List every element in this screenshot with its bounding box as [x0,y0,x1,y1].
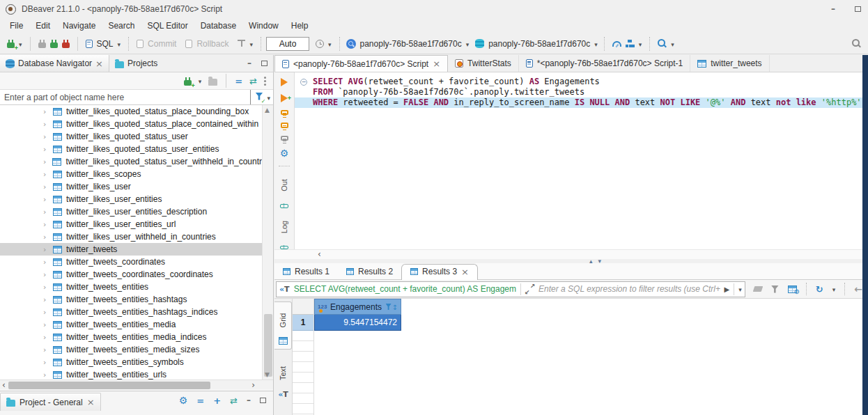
expand-chevron-icon[interactable]: › [43,295,49,304]
tree-item[interactable]: ›twitter_tweets_coordinates [0,256,262,268]
tab-results-1[interactable]: Results 1 [274,265,338,279]
tree-item[interactable]: ›twitter_tweets [0,243,262,256]
tree-item[interactable]: ›twitter_tweets_entities [0,281,262,293]
project-settings-icon[interactable] [179,396,188,405]
expand-chevron-icon[interactable]: › [43,132,49,141]
active-database-combo[interactable]: panoply-76b-58ae1f7d670c [474,39,599,49]
expand-chevron-icon[interactable]: › [43,358,49,367]
scroll-down-icon[interactable]: ▼ [265,371,270,378]
expand-chevron-icon[interactable]: › [43,333,49,342]
project-collapse-all-icon[interactable] [196,396,204,405]
search-metadata-icon[interactable] [658,39,667,48]
history-dropdown-icon[interactable] [328,40,332,48]
tree-item[interactable]: ›twitter_likes_scopes [0,168,262,180]
scroll-up-icon[interactable]: ▲ [265,107,270,113]
tree-item[interactable]: ›twitter_likes_quoted_status_user_entiti… [0,143,262,155]
tab-text-view[interactable]: Text «T [274,355,291,403]
tree-item[interactable]: ›twitter_likes_quoted_status_place_bound… [0,105,262,118]
expand-chevron-icon[interactable]: › [43,107,49,116]
history-icon[interactable] [316,40,324,48]
active-connection-combo[interactable]: panoply-76b-58ae1f7d670c [345,39,471,49]
scroll-right-icon[interactable] [251,381,255,389]
sql-code[interactable]: SELECT AVG(retweet_count + favorite_coun… [295,72,862,249]
view-menu-icon[interactable] [264,77,266,79]
menu-sql-editor[interactable]: SQL Editor [141,19,193,32]
maximize-window-icon[interactable] [855,6,861,12]
tab-twitterstats[interactable]: TwitterStats [448,55,519,72]
tree-item[interactable]: ›twitter_likes_quoted_status_user_withhe… [0,155,262,168]
tab-projects[interactable]: Projects [109,55,163,72]
quick-access-search-icon[interactable] [852,39,861,48]
tab-project-general[interactable]: Project - General [0,393,101,411]
tab-results-2[interactable]: Results 2 [338,265,401,279]
tree-item[interactable]: ›twitter_likes_quoted_status_user [0,130,262,143]
column-filter-sort-icon[interactable] [386,303,398,311]
tree-item[interactable]: ›twitter_tweets_entities_hashtags [0,293,262,306]
menu-window[interactable]: Window [243,19,284,32]
tree-item[interactable]: ›twitter_tweets_entities_media_sizes [0,343,262,356]
expand-chevron-icon[interactable]: › [43,120,49,129]
execute-script-new-icon[interactable] [281,123,288,127]
grid-corner[interactable] [293,299,313,315]
scrollbar-thumb[interactable] [264,314,272,377]
expand-chevron-icon[interactable]: › [43,308,49,317]
expand-chevron-icon[interactable]: › [43,283,49,292]
project-expand-icon[interactable] [213,396,221,405]
fold-marker-icon[interactable] [300,79,307,86]
expand-chevron-icon[interactable]: › [43,345,49,354]
connect-icon[interactable] [38,42,46,48]
link-with-editor-icon[interactable] [249,77,257,86]
tab-sql-script[interactable]: <panoply-76b-58ae1f7d670c> Script [274,55,448,72]
filter-history-dropdown-icon[interactable] [738,285,742,293]
sql-editor-button[interactable]: SQL [83,39,124,49]
filter-dropdown-icon[interactable] [267,93,270,102]
project-minimize-icon[interactable] [247,396,251,405]
editor-hscrollbar[interactable] [274,249,862,259]
tree-item[interactable]: ›twitter_likes_user_entities_url [0,218,262,230]
new-connection-icon[interactable] [7,42,15,48]
tree-item[interactable]: ›twitter_likes_quoted_status_place_conta… [0,118,262,130]
search-dropdown-icon[interactable] [671,40,674,48]
expand-chevron-icon[interactable]: › [43,233,49,242]
commit-button[interactable]: Commit [134,39,179,49]
clear-filter-icon[interactable] [753,286,764,292]
tab-twitter-tweets[interactable]: twitter_tweets [690,55,769,72]
tree-item[interactable]: ›twitter_likes_user_withheld_in_countrie… [0,230,262,243]
hscrollbar-thumb[interactable] [8,382,210,389]
column-header-engagements[interactable]: 123 Engagements [314,299,401,315]
nav-new-connection-icon[interactable] [184,80,192,86]
editor-settings-icon[interactable] [280,148,289,158]
tab-sql-script-1[interactable]: *<panoply-76b-58ae1f7d670c> Script-1 [519,55,690,72]
menu-search[interactable]: Search [102,19,140,32]
project-maximize-icon[interactable] [260,398,266,403]
tab-database-navigator[interactable]: Database Navigator [0,55,109,72]
minimize-panel-icon[interactable] [247,59,251,68]
output-panel-label[interactable]: Out [280,179,288,191]
transaction-dropdown-icon[interactable] [249,40,253,48]
refresh-dropdown-icon[interactable] [832,285,836,293]
navigator-hscrollbar[interactable] [0,379,273,390]
object-filter-input[interactable] [0,90,251,104]
collapse-all-icon[interactable] [235,77,242,86]
log-panel-label[interactable]: Log [280,220,288,233]
expand-chevron-icon[interactable]: › [43,220,49,229]
expand-filter-icon[interactable] [525,285,534,294]
grid-settings-icon[interactable] [788,285,797,293]
execute-script-icon[interactable] [281,110,288,115]
reconnect-icon[interactable] [50,42,58,48]
refresh-results-icon[interactable] [816,285,823,294]
expand-chevron-icon[interactable]: › [43,370,49,379]
results-filter-input[interactable] [538,284,720,294]
explain-plan-icon[interactable] [281,136,288,141]
tree-scrollbar[interactable]: ▲ ▼ [262,105,273,379]
commit-mode-combo[interactable]: Auto [266,37,309,51]
menu-edit[interactable]: Edit [30,19,56,32]
expand-chevron-icon[interactable]: › [43,270,49,279]
project-link-icon[interactable] [230,396,238,405]
menu-file[interactable]: File [4,19,29,32]
execute-new-tab-icon[interactable] [281,94,288,102]
close-project-tab-icon[interactable] [87,398,95,407]
tree-item[interactable]: ›twitter_tweets_entities_urls [0,368,262,379]
tree-item[interactable]: ›twitter_likes_user_entities [0,193,262,205]
filter-settings-icon[interactable] [255,93,263,102]
